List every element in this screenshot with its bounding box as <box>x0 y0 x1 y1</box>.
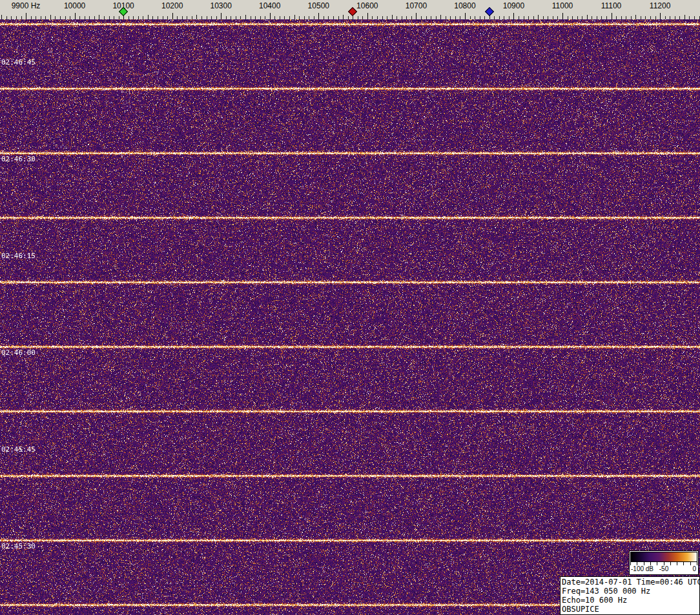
ruler-tick <box>65 16 66 19</box>
ruler-tick <box>284 16 285 19</box>
info-line-station: OBSUPICE <box>562 605 698 614</box>
ruler-tick <box>304 16 305 19</box>
ruler-tick <box>167 16 168 19</box>
status-info-box: Date=2014-07-01 Time=00:46 UTCFreq=143 0… <box>560 576 700 615</box>
ruler-tick <box>16 16 17 19</box>
ruler-tick <box>36 16 36 19</box>
ruler-tick <box>158 16 158 19</box>
ruler-tick <box>475 16 475 19</box>
ruler-tick <box>201 16 202 19</box>
ruler-tick <box>133 16 134 19</box>
ruler-tick <box>484 16 485 19</box>
ruler-tick <box>333 16 334 19</box>
ruler-tick <box>21 16 22 19</box>
time-label: 02:45:30 <box>1 542 36 550</box>
ruler-tick <box>196 15 197 19</box>
ruler-tick <box>557 16 558 19</box>
scale-label-mid: -50 <box>659 565 668 572</box>
ruler-tick <box>402 16 402 19</box>
ruler-tick <box>129 16 129 19</box>
ruler-tick <box>650 16 651 19</box>
ruler-tick <box>685 15 685 19</box>
frequency-marker-blue[interactable] <box>485 7 494 16</box>
ruler-tick-major <box>612 13 612 19</box>
ruler-tick <box>216 16 217 19</box>
ruler-tick <box>324 16 324 19</box>
ruler-tick-label: 10700 <box>406 1 427 10</box>
ruler-tick-major <box>465 13 466 19</box>
ruler-tick <box>382 16 383 19</box>
intensity-scale: -100 dB -50 0 <box>629 550 699 575</box>
ruler-tick-major <box>172 13 173 19</box>
ruler-tick-label: 10900 <box>503 1 524 10</box>
ruler-tick <box>470 16 471 19</box>
ruler-tick-major <box>416 13 417 19</box>
ruler-tick <box>299 16 300 19</box>
scale-label-min: -100 dB <box>631 565 654 572</box>
ruler-tick <box>79 16 80 19</box>
ruler-tick <box>255 16 256 19</box>
info-line-date: Date=2014-07-01 Time=00:46 UTC <box>562 578 698 587</box>
ruler-tick <box>104 16 105 19</box>
time-label: 02:45:45 <box>1 445 36 454</box>
ruler-tick <box>504 16 504 19</box>
ruler-tick-label: 11200 <box>650 1 670 10</box>
ruler-tick-label: 9900 Hz <box>12 1 41 10</box>
time-label: 02:46:30 <box>1 155 36 163</box>
ruler-tick <box>119 16 119 19</box>
frequency-ruler: 9900 Hz100001010010200103001040010500106… <box>0 0 700 19</box>
time-label: 02:46:45 <box>1 58 36 66</box>
ruler-tick <box>1 15 2 19</box>
ruler-tick <box>60 16 61 19</box>
ruler-tick <box>245 15 246 19</box>
ruler-tick <box>31 16 32 19</box>
ruler-tick <box>665 16 666 19</box>
ruler-tick <box>251 16 251 19</box>
ruler-tick <box>396 16 397 19</box>
ruler-tick-label: 10300 <box>211 1 232 10</box>
ruler-tick-major <box>318 13 319 19</box>
ruler-tick <box>431 16 431 19</box>
ruler-tick <box>480 16 480 19</box>
ruler-tick <box>94 16 95 19</box>
ruler-tick <box>163 16 163 19</box>
ruler-tick <box>631 16 632 19</box>
ruler-tick-label: 10000 <box>64 1 85 10</box>
ruler-tick <box>455 16 456 19</box>
ruler-tick <box>616 16 617 19</box>
ruler-tick <box>494 16 495 19</box>
ruler-tick <box>446 16 446 19</box>
ruler-tick <box>377 16 378 19</box>
ruler-tick <box>694 16 695 19</box>
ruler-tick <box>45 16 46 19</box>
ruler-tick <box>606 16 607 19</box>
ruler-tick <box>343 15 344 19</box>
ruler-tick <box>338 16 339 19</box>
ruler-tick <box>207 16 207 19</box>
ruler-tick <box>587 15 588 19</box>
ruler-tick <box>670 16 670 19</box>
ruler-tick <box>543 16 544 19</box>
ruler-tick <box>509 16 510 19</box>
ruler-tick-label: 10200 <box>161 1 183 10</box>
ruler-tick <box>109 16 110 19</box>
ruler-tick <box>353 16 353 19</box>
ruler-tick <box>138 16 139 19</box>
ruler-tick <box>533 16 534 19</box>
ruler-tick <box>635 15 636 19</box>
ruler-tick <box>440 15 441 19</box>
time-label: 02:46:15 <box>1 252 36 260</box>
ruler-tick-label: 11100 <box>601 1 622 10</box>
ruler-tick <box>577 16 578 19</box>
ruler-tick <box>265 16 265 19</box>
ruler-tick <box>592 16 592 19</box>
ruler-tick <box>460 16 460 19</box>
ruler-tick <box>645 16 646 19</box>
ruler-tick <box>568 16 568 19</box>
ruler-tick <box>553 16 553 19</box>
ruler-tick <box>11 16 12 19</box>
ruler-tick-major <box>367 13 368 19</box>
ruler-tick <box>358 16 358 19</box>
ruler-tick <box>582 16 582 19</box>
ruler-tick <box>152 16 153 19</box>
